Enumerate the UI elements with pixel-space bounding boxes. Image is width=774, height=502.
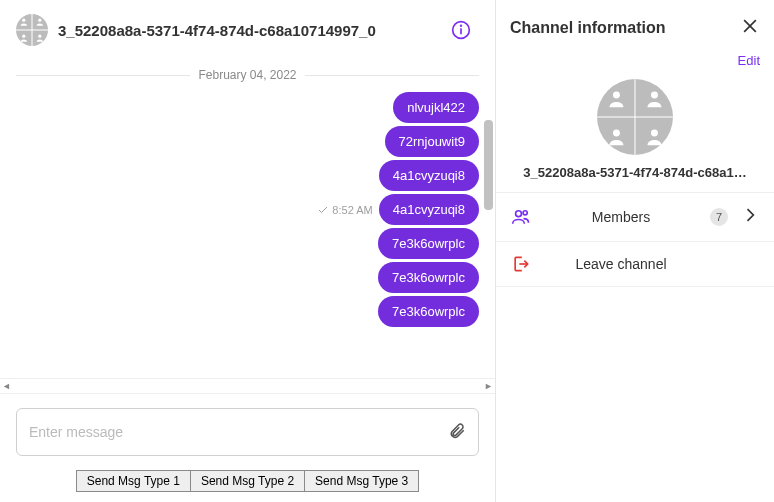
svg-point-3 bbox=[38, 35, 41, 38]
chat-column: 3_52208a8a-5371-4f74-874d-c68a10714997_0… bbox=[0, 0, 496, 502]
paperclip-icon bbox=[448, 422, 466, 440]
edit-link[interactable]: Edit bbox=[738, 53, 760, 68]
send-type-button-3[interactable]: Send Msg Type 3 bbox=[304, 470, 419, 492]
info-icon bbox=[451, 20, 471, 40]
chat-header: 3_52208a8a-5371-4f74-874d-c68a10714997_0 bbox=[0, 0, 495, 60]
svg-point-1 bbox=[38, 19, 41, 22]
panel-title: Channel information bbox=[510, 19, 666, 37]
message-row: 7e3k6owrplc bbox=[16, 262, 479, 293]
attach-button[interactable] bbox=[448, 422, 466, 443]
svg-point-11 bbox=[613, 129, 620, 136]
svg-point-2 bbox=[22, 35, 25, 38]
messages-viewport: February 04, 2022 nlvujkl42272rnjouwit94… bbox=[0, 60, 495, 378]
scroll-left-icon: ◄ bbox=[2, 381, 11, 391]
leave-channel-row[interactable]: Leave channel bbox=[496, 241, 774, 286]
svg-point-12 bbox=[651, 129, 658, 136]
message-row: 4a1cvyzuqi8 bbox=[16, 160, 479, 191]
message-row: 7e3k6owrplc bbox=[16, 296, 479, 327]
members-icon bbox=[511, 207, 531, 227]
panel-spacer bbox=[496, 286, 774, 502]
compose-box bbox=[16, 408, 479, 456]
send-type-button-1[interactable]: Send Msg Type 1 bbox=[76, 470, 191, 492]
svg-point-10 bbox=[651, 91, 658, 98]
members-row[interactable]: Members 7 bbox=[496, 192, 774, 241]
message-bubble[interactable]: 72rnjouwit9 bbox=[385, 126, 480, 157]
svg-point-6 bbox=[461, 25, 462, 26]
message-bubble[interactable]: 7e3k6owrplc bbox=[378, 296, 479, 327]
members-count-badge: 7 bbox=[710, 208, 728, 226]
close-icon bbox=[740, 16, 760, 36]
message-bubble[interactable]: 4a1cvyzuqi8 bbox=[379, 160, 479, 191]
message-bubble[interactable]: 4a1cvyzuqi8 bbox=[379, 194, 479, 225]
members-label: Members bbox=[544, 209, 698, 225]
svg-point-13 bbox=[516, 211, 522, 217]
message-bubble[interactable]: 7e3k6owrplc bbox=[378, 262, 479, 293]
channel-info-panel: Channel information Edit 3_52208a8a-5371… bbox=[496, 0, 774, 502]
message-input[interactable] bbox=[29, 424, 440, 440]
svg-point-9 bbox=[613, 91, 620, 98]
panel-channel-avatar bbox=[597, 79, 673, 155]
horizontal-scrollbar[interactable]: ◄ ► bbox=[0, 378, 495, 394]
message-row: 8:52 AM4a1cvyzuqi8 bbox=[16, 194, 479, 225]
panel-header: Channel information bbox=[496, 0, 774, 51]
close-button[interactable] bbox=[740, 16, 760, 39]
message-bubble[interactable]: nlvujkl422 bbox=[393, 92, 479, 123]
check-icon bbox=[317, 204, 329, 216]
send-type-button-2[interactable]: Send Msg Type 2 bbox=[190, 470, 305, 492]
channel-title: 3_52208a8a-5371-4f74-874d-c68a10714997_0 bbox=[58, 22, 439, 39]
send-type-button-row: Send Msg Type 1Send Msg Type 2Send Msg T… bbox=[0, 464, 495, 502]
message-time: 8:52 AM bbox=[332, 204, 372, 216]
scroll-right-icon: ► bbox=[484, 381, 493, 391]
messages-list[interactable]: February 04, 2022 nlvujkl42272rnjouwit94… bbox=[0, 60, 495, 378]
leave-label: Leave channel bbox=[544, 256, 698, 272]
composer bbox=[0, 394, 495, 464]
channel-avatar bbox=[16, 14, 48, 46]
message-row: 7e3k6owrplc bbox=[16, 228, 479, 259]
panel-channel-name: 3_52208a8a-5371-4f74-874d-c68a1… bbox=[523, 165, 746, 180]
chevron-right-icon bbox=[740, 205, 760, 225]
date-separator-label: February 04, 2022 bbox=[198, 68, 296, 82]
leave-icon bbox=[511, 254, 531, 274]
info-button[interactable] bbox=[449, 18, 473, 42]
vertical-scrollbar-thumb[interactable] bbox=[484, 120, 493, 210]
message-row: nlvujkl422 bbox=[16, 92, 479, 123]
edit-link-wrap: Edit bbox=[496, 51, 774, 75]
panel-avatar-section: 3_52208a8a-5371-4f74-874d-c68a1… bbox=[496, 75, 774, 192]
message-bubble[interactable]: 7e3k6owrplc bbox=[378, 228, 479, 259]
date-separator: February 04, 2022 bbox=[16, 68, 479, 82]
svg-point-0 bbox=[22, 19, 25, 22]
message-meta: 8:52 AM bbox=[317, 204, 372, 216]
svg-point-14 bbox=[523, 211, 527, 215]
message-row: 72rnjouwit9 bbox=[16, 126, 479, 157]
